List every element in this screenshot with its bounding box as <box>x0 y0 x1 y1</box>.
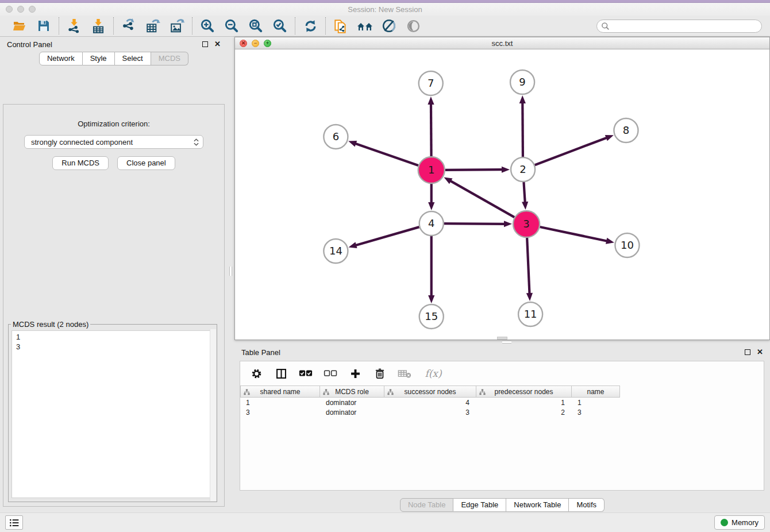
maximize-window-icon[interactable] <box>29 6 36 13</box>
refresh-button[interactable] <box>302 18 319 34</box>
clone-network-button[interactable] <box>332 18 349 34</box>
memory-button[interactable]: Memory <box>714 515 765 530</box>
network-maximize-icon[interactable]: + <box>264 40 271 47</box>
zoom-fit-button[interactable] <box>247 18 264 34</box>
column-header-shared-name[interactable]: shared name <box>240 385 320 398</box>
add-column-button[interactable] <box>348 367 362 380</box>
column-header-MCDS-role[interactable]: MCDS role <box>320 385 384 398</box>
tab-motifs[interactable]: Motifs <box>569 498 605 512</box>
gear-icon <box>251 368 263 380</box>
network-canvas[interactable]: 7968124314101511 <box>235 49 769 340</box>
mcds-result-group: MCDS result (2 nodes) 1 3 <box>8 320 217 502</box>
table-row[interactable]: 1dominator411 <box>240 398 764 407</box>
tab-style[interactable]: Style <box>83 52 115 65</box>
run-mcds-button[interactable]: Run MCDS <box>52 156 109 170</box>
table-settings-button[interactable] <box>249 367 263 380</box>
panel-divider[interactable] <box>228 37 234 512</box>
graph-node-label: 7 <box>428 77 434 89</box>
export-image-button[interactable] <box>168 18 186 34</box>
float-table-panel-icon[interactable] <box>745 349 750 355</box>
graph-edge-3-1[interactable] <box>450 180 514 217</box>
tab-mcds[interactable]: MCDS <box>151 52 188 65</box>
tab-node-table[interactable]: Node Table <box>400 498 454 512</box>
search-icon <box>601 22 610 30</box>
tab-select[interactable]: Select <box>115 52 151 65</box>
graph-edge-3-11[interactable] <box>527 238 529 294</box>
network-minimize-icon[interactable]: − <box>252 40 259 47</box>
table-cell: 3 <box>240 408 320 417</box>
graph-edge-arrowhead <box>444 177 453 184</box>
graph-node-label: 3 <box>523 218 529 230</box>
network-window-titlebar[interactable]: ✕ − + scc.txt <box>235 37 769 49</box>
delete-table-icon <box>398 369 411 379</box>
memory-status-icon <box>721 519 728 526</box>
close-window-icon[interactable] <box>6 6 13 13</box>
graph-edge-1-7[interactable] <box>431 103 432 156</box>
import-table-button[interactable] <box>90 18 107 34</box>
network-close-icon[interactable]: ✕ <box>240 40 247 47</box>
canvas-hscroll-thumb[interactable] <box>497 337 507 340</box>
column-header-successor-nodes[interactable]: successor nodes <box>384 385 476 398</box>
table-row[interactable]: 3dominator323 <box>240 407 764 417</box>
import-table-icon <box>91 18 106 33</box>
close-panel-icon[interactable]: ✕ <box>214 41 221 47</box>
column-header-label: shared name <box>260 388 300 396</box>
table-cell: 3 <box>572 408 620 417</box>
plus-icon <box>349 368 361 380</box>
column-header-predecessor-nodes[interactable]: predecessor nodes <box>476 385 572 398</box>
float-panel-icon[interactable] <box>202 41 208 47</box>
birdseye-button[interactable] <box>405 18 422 34</box>
graph-edge-arrowhead <box>502 167 510 173</box>
table-divider[interactable] <box>234 340 770 345</box>
mcds-result-list[interactable]: 1 3 <box>11 330 214 498</box>
app-menu-button[interactable] <box>5 515 23 530</box>
graph-edge-1-2[interactable] <box>445 169 503 170</box>
import-network-button[interactable] <box>66 18 83 34</box>
function-builder-button[interactable]: f(x) <box>422 367 444 380</box>
zoom-selected-icon <box>272 18 287 33</box>
search-input[interactable] <box>596 20 762 33</box>
select-all-columns-button[interactable] <box>299 367 313 380</box>
tab-network[interactable]: Network <box>39 52 83 65</box>
table-cell: 1 <box>476 399 572 407</box>
show-columns-button[interactable] <box>274 367 288 380</box>
birdseye-icon <box>406 19 421 33</box>
close-panel-button[interactable]: Close panel <box>117 156 175 170</box>
hide-detail-button[interactable] <box>380 18 398 34</box>
optimization-criterion-select[interactable]: strongly connected component <box>24 135 203 149</box>
graph-edge-4-14[interactable] <box>355 227 419 245</box>
open-session-button[interactable] <box>11 18 28 34</box>
minimize-window-icon[interactable] <box>17 6 24 13</box>
graph-node-label: 8 <box>623 124 629 136</box>
deselect-all-columns-button[interactable] <box>324 367 337 380</box>
delete-table-button[interactable] <box>398 367 411 380</box>
column-header-name[interactable]: name <box>572 385 620 398</box>
export-network-button[interactable] <box>120 18 137 34</box>
table-cell: 2 <box>476 408 572 417</box>
tab-edge-table[interactable]: Edge Table <box>453 498 506 512</box>
delete-column-button[interactable] <box>373 367 387 380</box>
graph-node-label: 15 <box>425 310 438 322</box>
zoom-in-button[interactable] <box>199 18 216 34</box>
result-scrollbar[interactable] <box>210 329 216 501</box>
graph-edge-2-3[interactable] <box>523 182 525 203</box>
table-cell: 1 <box>240 399 320 407</box>
refresh-icon <box>303 19 318 33</box>
graph-edge-4-3[interactable] <box>444 223 505 224</box>
network-window-title: scc.txt <box>235 39 769 48</box>
column-header-label: successor nodes <box>404 388 456 396</box>
zoom-out-button[interactable] <box>223 18 240 34</box>
export-table-button[interactable] <box>144 18 161 34</box>
graph-edge-1-6[interactable] <box>355 144 418 166</box>
graph-edge-2-8[interactable] <box>535 137 607 165</box>
home-icon <box>356 19 374 33</box>
save-session-button[interactable] <box>35 18 52 34</box>
graph-edge-3-10[interactable] <box>540 227 608 241</box>
graph-edge-2-9[interactable] <box>522 102 523 157</box>
control-panel: Control Panel ✕ Network Style Select MCD… <box>0 37 228 512</box>
close-table-panel-icon[interactable]: ✕ <box>757 349 763 355</box>
home-button[interactable] <box>356 18 374 34</box>
tab-network-table[interactable]: Network Table <box>506 498 569 512</box>
zoom-selected-button[interactable] <box>271 18 288 34</box>
control-panel-tabs: Network Style Select MCDS <box>0 52 228 65</box>
